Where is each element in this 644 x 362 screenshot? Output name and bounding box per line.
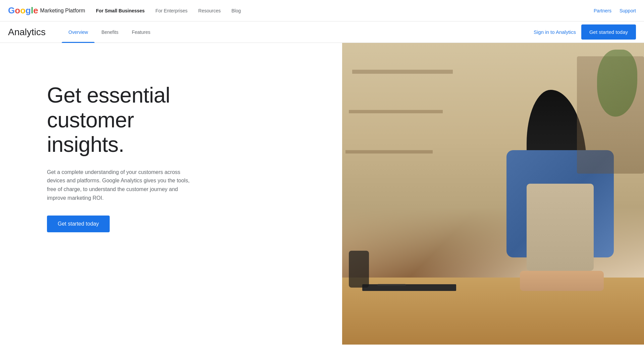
- pen-1: [376, 286, 402, 288]
- shelf-2: [349, 110, 443, 113]
- get-started-button-nav[interactable]: Get started today: [581, 24, 636, 40]
- sign-in-link[interactable]: Sign in to Analytics: [534, 29, 576, 35]
- hero-cta-button[interactable]: Get started today: [47, 216, 110, 232]
- google-g-red: o: [15, 5, 20, 16]
- tab-benefits[interactable]: Benefits: [95, 21, 125, 43]
- analytics-title: Analytics: [8, 27, 46, 38]
- google-g-blue2: g: [25, 5, 31, 16]
- google-logo: Google: [8, 5, 38, 16]
- shelf-1: [352, 70, 453, 74]
- tab-overview[interactable]: Overview: [62, 21, 95, 43]
- top-nav-right: Partners Support: [594, 8, 636, 13]
- hero-content: Get essential customer insights. Get a c…: [47, 63, 235, 252]
- hero-image: [342, 43, 644, 345]
- hero-headline: Get essential customer insights.: [47, 83, 215, 157]
- top-nav-links: For Small Businesses For Enterprises Res…: [96, 8, 594, 13]
- support-link[interactable]: Support: [620, 8, 636, 13]
- shelf-3: [345, 150, 433, 154]
- partners-link[interactable]: Partners: [594, 8, 611, 13]
- google-g-blue: G: [8, 5, 15, 16]
- nav-link-blog[interactable]: Blog: [231, 8, 241, 13]
- tab-features[interactable]: Features: [125, 21, 157, 43]
- second-nav-tabs: Overview Benefits Features: [62, 21, 534, 43]
- logo-area: Google Marketing Platform: [8, 5, 85, 16]
- nav-link-small-business[interactable]: For Small Businesses: [96, 8, 145, 13]
- second-navigation: Analytics Overview Benefits Features Sig…: [0, 21, 644, 43]
- nav-link-resources[interactable]: Resources: [198, 8, 221, 13]
- platform-name: Marketing Platform: [40, 8, 85, 14]
- hero-section: Get essential customer insights. Get a c…: [0, 43, 644, 345]
- nav-link-enterprises[interactable]: For Enterprises: [155, 8, 187, 13]
- google-g-red2: e: [33, 5, 38, 16]
- person-hands: [520, 271, 604, 291]
- top-navigation: Google Marketing Platform For Small Busi…: [0, 0, 644, 21]
- pen-2: [377, 284, 406, 286]
- google-g-yellow: o: [20, 5, 25, 16]
- person-apron: [527, 184, 594, 271]
- google-g-green: l: [31, 5, 33, 16]
- hero-subtext: Get a complete understanding of your cus…: [47, 168, 195, 202]
- second-nav-right: Sign in to Analytics Get started today: [534, 24, 636, 40]
- phone-prop: [349, 251, 369, 288]
- hero-bg: [342, 43, 644, 345]
